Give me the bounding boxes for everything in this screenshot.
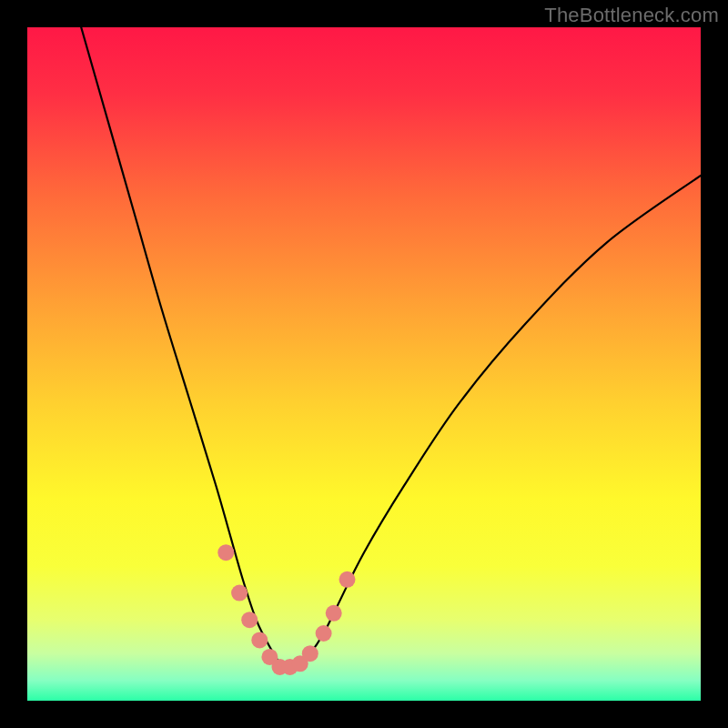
marker-point — [241, 612, 258, 628]
curve-layer — [27, 27, 701, 701]
watermark-text: TheBottleneck.com — [544, 4, 719, 27]
marker-point — [217, 544, 234, 561]
marker-point — [316, 625, 332, 642]
plot-area — [27, 27, 701, 701]
marker-point — [231, 585, 248, 602]
marker-point — [302, 645, 318, 662]
bottleneck-curve — [81, 27, 701, 669]
marker-point — [326, 605, 342, 622]
marker-point — [251, 632, 268, 648]
marker-point — [339, 571, 356, 588]
chart-frame: TheBottleneck.com — [0, 0, 728, 728]
